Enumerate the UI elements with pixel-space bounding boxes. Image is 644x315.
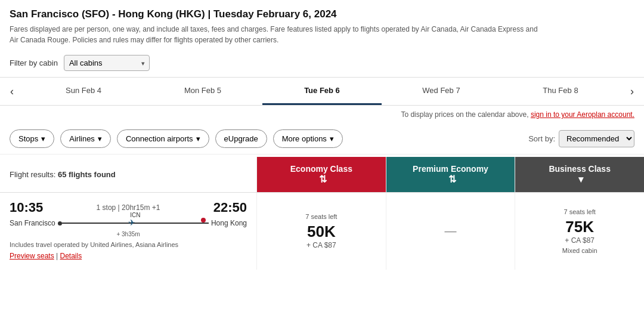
- premium-sort-icon[interactable]: ⇅: [448, 174, 456, 185]
- flight-operated: Includes travel operated by United Airli…: [10, 241, 247, 248]
- date-tab-3[interactable]: Wed Feb 7: [382, 78, 501, 105]
- page-title: San Francisco (SFO) - Hong Kong (HKG) | …: [10, 8, 634, 20]
- results-header: Flight results: 65 flights found Economy…: [0, 157, 644, 192]
- business-price-sub: + CA $87: [565, 236, 595, 245]
- origin-city: San Francisco: [10, 219, 55, 227]
- date-tab-4[interactable]: Thu Feb 8: [501, 78, 620, 105]
- filters-bar: Stops ▾ Airlines ▾ Connection airports ▾…: [0, 123, 644, 155]
- flight-info: 10:35 1 stop | 20hr15m +1 22:50 San Fran…: [0, 193, 256, 270]
- economy-price: 50K: [307, 223, 336, 241]
- flight-links: Preview seats | Details: [10, 252, 247, 260]
- prev-date-button[interactable]: ‹: [0, 78, 24, 105]
- economy-seats-left: 7 seats left: [305, 213, 337, 220]
- results-count: 65 flights found: [58, 170, 116, 179]
- business-mixed-cabin: Mixed cabin: [562, 247, 597, 254]
- fare-disclaimer: Fares displayed are per person, one way,…: [10, 24, 546, 45]
- results-info: Flight results: 65 flights found: [0, 157, 256, 192]
- cabin-filter-wrapper[interactable]: All cabins Economy Premium Economy Busin…: [64, 55, 150, 71]
- business-seats-left: 7 seats left: [564, 208, 596, 215]
- aeroplan-text: To display prices on the calendar above,: [401, 110, 528, 119]
- route-bar: ICN ✈: [62, 223, 209, 224]
- connection-arrow-icon: ▾: [196, 134, 200, 143]
- sort-select[interactable]: Recommended Price Duration: [559, 130, 634, 147]
- stops-arrow-icon: ▾: [41, 134, 45, 143]
- connection-airports-label: Connection airports: [126, 134, 193, 143]
- stops-filter-button[interactable]: Stops ▾: [10, 129, 54, 148]
- results-label: Flight results:: [10, 170, 55, 179]
- flight-times: 10:35 1 stop | 20hr15m +1 22:50: [10, 200, 247, 215]
- business-price: 75K: [565, 218, 594, 236]
- connection-airports-filter-button[interactable]: Connection airports ▾: [117, 129, 209, 148]
- business-price-cell[interactable]: 7 seats left 75K + CA $87 Mixed cabin: [515, 193, 644, 270]
- route-start-dot: [58, 221, 62, 226]
- dest-marker: [201, 218, 206, 223]
- premium-economy-price-cell: —: [386, 193, 515, 270]
- economy-class-header[interactable]: Economy Class ⇅: [256, 157, 386, 192]
- business-dropdown-icon[interactable]: ▾: [578, 174, 583, 185]
- date-tab-0[interactable]: Sun Feb 4: [24, 78, 143, 105]
- eupgrade-label: eUpgrade: [224, 134, 258, 143]
- flight-meta: 1 stop | 20hr15m +1: [48, 203, 208, 212]
- premium-economy-header[interactable]: Premium Economy ⇅: [386, 157, 515, 192]
- depart-time: 10:35: [10, 200, 43, 215]
- preview-seats-link[interactable]: Preview seats: [10, 252, 54, 260]
- economy-sort-icon[interactable]: ⇅: [319, 174, 327, 185]
- more-options-label: More options: [282, 134, 327, 143]
- premium-economy-label: Premium Economy: [413, 164, 488, 174]
- filter-cabin-label: Filter by cabin: [10, 58, 58, 67]
- details-link[interactable]: Details: [60, 252, 82, 260]
- airlines-label: Airlines: [69, 134, 95, 143]
- economy-price-cell[interactable]: 7 seats left 50K + CA $87: [256, 193, 386, 270]
- date-nav: ‹ Sun Feb 4 Mon Feb 5 Tue Feb 6 Wed Feb …: [0, 77, 644, 106]
- sort-section: Sort by: Recommended Price Duration: [528, 130, 634, 147]
- date-tab-1[interactable]: Mon Feb 5: [143, 78, 262, 105]
- arrive-time: 22:50: [213, 200, 247, 215]
- airlines-filter-button[interactable]: Airlines ▾: [60, 129, 111, 148]
- airlines-arrow-icon: ▾: [98, 134, 102, 143]
- plane-icon: ✈: [128, 218, 135, 227]
- next-date-button[interactable]: ›: [620, 78, 644, 105]
- stopover-offset: + 3h35m: [10, 231, 247, 237]
- date-tab-2[interactable]: Tue Feb 6: [262, 78, 382, 105]
- business-class-label: Business Class: [549, 164, 611, 174]
- aeroplan-signin-link[interactable]: sign in to your Aeroplan account.: [531, 110, 634, 119]
- eupgrade-button[interactable]: eUpgrade: [215, 129, 267, 148]
- aeroplan-notice: To display prices on the calendar above,…: [0, 106, 644, 123]
- stops-label: Stops: [18, 134, 38, 143]
- economy-price-sub: + CA $87: [306, 241, 336, 249]
- economy-class-label: Economy Class: [290, 164, 352, 174]
- premium-economy-dash: —: [445, 224, 457, 238]
- flight-row: 10:35 1 stop | 20hr15m +1 22:50 San Fran…: [0, 192, 644, 270]
- page-container: San Francisco (SFO) - Hong Kong (HKG) | …: [0, 0, 644, 270]
- more-options-arrow-icon: ▾: [330, 134, 334, 143]
- filter-section: Filter by cabin All cabins Economy Premi…: [0, 49, 644, 77]
- more-options-button[interactable]: More options ▾: [273, 129, 343, 148]
- header-section: San Francisco (SFO) - Hong Kong (HKG) | …: [0, 0, 644, 49]
- flight-route: San Francisco ICN ✈ Hong Kong: [10, 219, 247, 227]
- route-line: ICN ✈: [58, 221, 209, 226]
- sort-label: Sort by:: [528, 134, 555, 143]
- business-class-header[interactable]: Business Class ▾: [515, 157, 644, 192]
- cabin-filter-select[interactable]: All cabins Economy Premium Economy Busin…: [64, 55, 150, 71]
- dest-city: Hong Kong: [211, 219, 247, 227]
